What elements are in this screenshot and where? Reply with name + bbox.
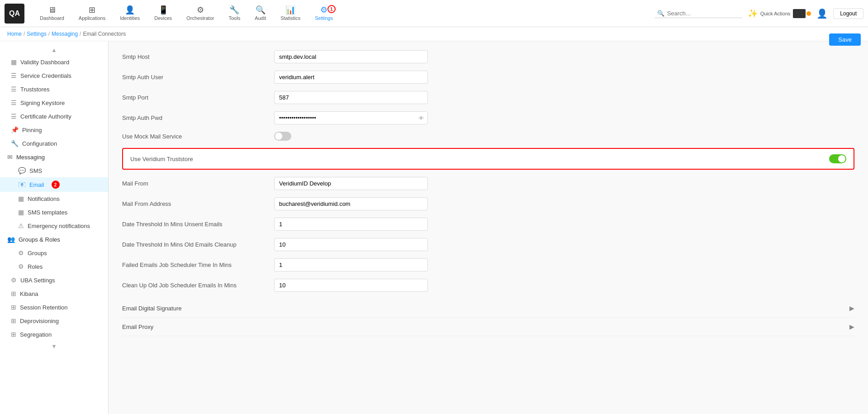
search-box[interactable]: 🔍 (655, 9, 742, 18)
sidebar-label-pinning: Pinning (22, 127, 42, 133)
nav-dashboard[interactable]: 🖥 Dashboard (33, 3, 71, 24)
sidebar-label-signing-keystore: Signing Keystore (20, 100, 65, 106)
sidebar-item-sms-templates[interactable]: ▦ SMS templates (0, 205, 108, 219)
nav-orchestrator[interactable]: ⚙ Orchestrator (180, 3, 220, 24)
sidebar-item-uba-settings[interactable]: ⚙ UBA Settings (0, 273, 108, 287)
sms-templates-icon: ▦ (18, 209, 24, 216)
nav-devices[interactable]: 📱 Devices (148, 3, 178, 24)
use-mock-mail-toggle[interactable] (274, 132, 291, 141)
sidebar-item-truststores[interactable]: ☰ Truststores (0, 82, 108, 96)
app-logo: QA (5, 4, 24, 24)
sidebar-label-kibana: Kibana (20, 290, 38, 297)
date-threshold-unsent-input[interactable] (274, 218, 428, 231)
sidebar-label-notifications: Notifications (28, 195, 60, 202)
identities-icon: 👤 (125, 6, 135, 14)
sidebar-scroll-down[interactable]: ▼ (0, 341, 108, 352)
sidebar-parent-groups-roles[interactable]: 👥 Groups & Roles (0, 233, 108, 246)
sidebar-item-sms[interactable]: 💬 SMS (0, 164, 108, 177)
cleanup-old-scheduler-input[interactable] (274, 279, 428, 292)
save-button[interactable]: Save (829, 33, 861, 46)
date-threshold-unsent-row: Date Threshold In Mins Unsent Emails (122, 218, 854, 231)
show-password-icon[interactable]: 👁 (418, 114, 424, 121)
email-digital-signature-label: Email Digital Signature (122, 305, 182, 312)
orchestrator-icon: ⚙ (197, 6, 204, 14)
email-proxy-section[interactable]: Email Proxy ▶ (122, 318, 854, 336)
configuration-icon: 🔧 (11, 140, 19, 147)
sidebar-item-validity-dashboard[interactable]: ▦ Validity Dashboard (0, 55, 108, 69)
mail-from-address-row: Mail From Address (122, 197, 854, 210)
sms-icon: 💬 (18, 167, 26, 174)
search-input[interactable] (667, 10, 740, 17)
statistics-icon: 📊 (285, 6, 295, 14)
session-retention-icon: ⊞ (11, 304, 16, 311)
breadcrumb-home[interactable]: Home (7, 31, 22, 37)
applications-icon: ⊞ (89, 6, 95, 14)
email-badge: 2 (52, 181, 60, 189)
smtp-auth-user-label: Smtp Auth User (122, 74, 267, 81)
sidebar-label-configuration: Configuration (22, 140, 57, 147)
failed-emails-scheduler-input[interactable] (274, 258, 428, 271)
nav-settings-label: Settings (315, 15, 333, 21)
user-icon: 👤 (816, 8, 828, 19)
quick-actions-dropdown[interactable] (793, 9, 806, 18)
sidebar-item-notifications[interactable]: ▦ Notifications (0, 192, 108, 205)
use-mock-mail-label: Use Mock Mail Service (122, 133, 267, 140)
notification-dot (806, 11, 811, 16)
sidebar-item-segregation[interactable]: ⊞ Segregation (0, 328, 108, 341)
sidebar-item-kibana[interactable]: ⊞ Kibana (0, 287, 108, 300)
nav-orchestrator-label: Orchestrator (186, 15, 214, 21)
groups-icon: ⚙ (18, 249, 24, 257)
sidebar-item-certificate-authority[interactable]: ☰ Certificate Authority (0, 109, 108, 123)
sidebar-item-roles[interactable]: ⚙ Roles (0, 260, 108, 273)
sidebar-item-groups[interactable]: ⚙ Groups (0, 246, 108, 260)
nav-applications-label: Applications (79, 15, 105, 21)
smtp-auth-user-row: Smtp Auth User (122, 71, 854, 84)
smtp-auth-pwd-wrapper: 👁 (274, 111, 428, 124)
sidebar-item-session-retention[interactable]: ⊞ Session Retention (0, 300, 108, 314)
use-veridium-truststore-toggle[interactable] (829, 154, 846, 163)
nav-applications[interactable]: ⊞ Applications (72, 3, 112, 24)
nav-statistics-label: Statistics (280, 15, 300, 21)
groups-roles-icon: 👥 (7, 236, 15, 243)
sidebar-label-roles: Roles (28, 263, 43, 270)
sidebar-label-service-credentials: Service Credentials (20, 72, 71, 79)
sidebar-item-emergency-notifications[interactable]: ⚠ Emergency notifications (0, 219, 108, 233)
sidebar-scroll-up[interactable]: ▲ (0, 45, 108, 55)
sidebar-item-configuration[interactable]: 🔧 Configuration (0, 137, 108, 150)
breadcrumb-messaging[interactable]: Messaging (52, 31, 78, 37)
uba-settings-icon: ⚙ (11, 276, 17, 284)
email-digital-signature-section[interactable]: Email Digital Signature ▶ (122, 299, 854, 318)
deprovisioning-icon: ⊞ (11, 317, 16, 324)
kibana-icon: ⊞ (11, 290, 16, 297)
nav-tools[interactable]: 🔧 Tools (222, 3, 247, 24)
mail-from-address-label: Mail From Address (122, 200, 267, 207)
sidebar-parent-messaging[interactable]: ✉ Messaging (0, 150, 108, 164)
mail-from-address-input[interactable] (274, 197, 428, 210)
smtp-host-input[interactable] (274, 50, 428, 63)
validity-dashboard-icon: ▦ (11, 58, 17, 66)
sidebar-item-deprovisioning[interactable]: ⊞ Deprovisioning (0, 314, 108, 328)
sidebar-label-sms-templates: SMS templates (28, 209, 67, 216)
breadcrumb-settings[interactable]: Settings (27, 31, 46, 37)
nav-identities[interactable]: 👤 Identities (114, 3, 146, 24)
sidebar-item-signing-keystore[interactable]: ☰ Signing Keystore (0, 96, 108, 109)
smtp-auth-user-input[interactable] (274, 71, 428, 84)
breadcrumb: Home / Settings / Messaging / Email Conn… (0, 27, 868, 41)
logout-button[interactable]: Logout (833, 8, 863, 19)
search-icon: 🔍 (657, 10, 664, 17)
sidebar-item-email[interactable]: 📧 Email 2 (0, 177, 108, 192)
nav-tools-label: Tools (228, 15, 240, 21)
sidebar-item-pinning[interactable]: 📌 Pinning (0, 123, 108, 137)
nav-statistics[interactable]: 📊 Statistics (274, 3, 307, 24)
mail-from-row: Mail From (122, 177, 854, 190)
devices-icon: 📱 (158, 6, 168, 14)
nav-settings[interactable]: ⚙ Settings 1 (308, 3, 339, 24)
date-threshold-old-input[interactable] (274, 238, 428, 251)
sidebar-item-service-credentials[interactable]: ☰ Service Credentials (0, 69, 108, 82)
nav-devices-label: Devices (154, 15, 172, 21)
mail-from-input[interactable] (274, 177, 428, 190)
smtp-auth-pwd-input[interactable] (274, 111, 428, 124)
nav-audit[interactable]: 🔍 Audit (248, 3, 272, 24)
smtp-port-input[interactable] (274, 91, 428, 104)
nav-identities-label: Identities (120, 15, 140, 21)
